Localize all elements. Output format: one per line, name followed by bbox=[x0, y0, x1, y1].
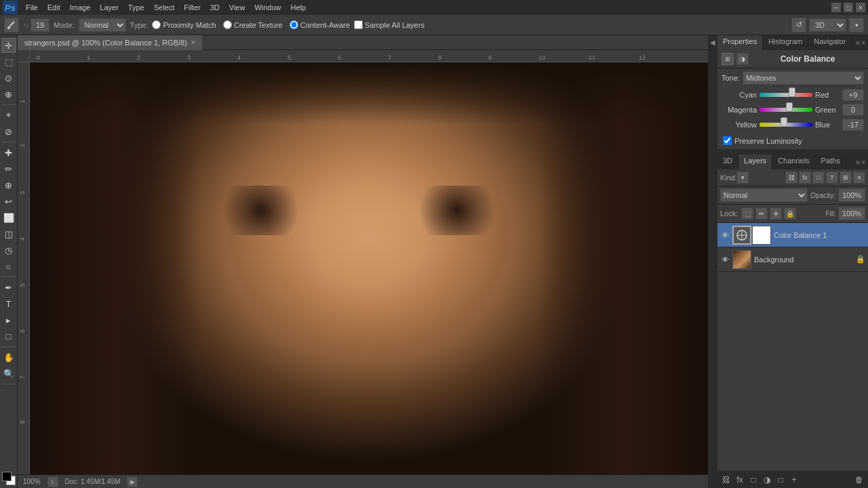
minimize-button[interactable]: ─ bbox=[831, 3, 841, 12]
gradient-tool[interactable]: ◫ bbox=[1, 226, 16, 241]
menu-edit[interactable]: Edit bbox=[43, 2, 64, 13]
props-icon-1[interactable]: ⊞ bbox=[722, 53, 734, 65]
brush-size-input[interactable]: 19 bbox=[31, 18, 50, 32]
clone-stamp-tool[interactable]: ⊕ bbox=[1, 178, 16, 192]
document-tab[interactable]: strangers.psd @ 100% (Color Balance 1, R… bbox=[18, 35, 202, 50]
create-texture-option[interactable]: Create Texture bbox=[223, 20, 283, 29]
content-aware-option[interactable]: Content-Aware bbox=[290, 20, 350, 29]
status-arrow-button[interactable]: ▶ bbox=[127, 476, 138, 487]
yellow-blue-thumb[interactable] bbox=[781, 117, 787, 127]
pen-tool[interactable]: ✒ bbox=[1, 280, 16, 295]
lock-position-btn[interactable]: ✛ bbox=[770, 207, 782, 220]
crop-tool[interactable]: ⌖ bbox=[1, 108, 16, 123]
tone-select[interactable]: Midtones Shadows Highlights bbox=[743, 71, 864, 85]
layers-panel-close-icon[interactable]: × bbox=[861, 159, 865, 166]
zoom-tool[interactable]: 🔍 bbox=[1, 366, 16, 381]
layers-tab[interactable]: Layers bbox=[738, 155, 772, 169]
fg-color-swatch[interactable] bbox=[2, 472, 12, 481]
eraser-tool[interactable]: ⬜ bbox=[1, 210, 16, 225]
3d-tab[interactable]: 3D bbox=[717, 155, 738, 169]
navigator-tab[interactable]: Navigator bbox=[808, 35, 852, 50]
maximize-button[interactable]: □ bbox=[844, 3, 853, 12]
dodge-tool[interactable]: ○ bbox=[1, 259, 16, 274]
menu-file[interactable]: File bbox=[22, 2, 42, 13]
panel-close-icon[interactable]: × bbox=[861, 39, 865, 47]
blur-tool[interactable]: ◷ bbox=[1, 243, 16, 258]
magenta-green-thumb[interactable] bbox=[786, 102, 793, 112]
shape-tool[interactable]: □ bbox=[1, 329, 16, 344]
layer-mask-icon[interactable]: □ bbox=[812, 171, 825, 184]
menu-window[interactable]: Window bbox=[250, 2, 285, 13]
tool-brush-icon[interactable] bbox=[4, 18, 19, 33]
menu-select[interactable]: Select bbox=[150, 2, 179, 13]
mode-select[interactable]: Normal bbox=[79, 18, 126, 32]
channels-tab[interactable]: Channels bbox=[772, 155, 815, 169]
layer-fx-icon[interactable]: fx bbox=[799, 171, 811, 184]
kind-select-button[interactable]: ▾ bbox=[736, 171, 749, 184]
opacity-value[interactable]: 100% bbox=[838, 188, 865, 202]
panel-menu-icon[interactable]: ≡ bbox=[856, 39, 860, 47]
path-selection-tool[interactable]: ▸ bbox=[1, 312, 16, 327]
collapse-panel-button[interactable]: ◀ bbox=[709, 38, 717, 46]
proximity-match-option[interactable]: Proximity Match bbox=[152, 20, 216, 29]
menu-image[interactable]: Image bbox=[66, 2, 95, 13]
layers-panel-menu-icon[interactable]: ≡ bbox=[856, 159, 860, 166]
layer-2-visibility-icon[interactable]: 👁 bbox=[720, 255, 730, 264]
props-icon-2[interactable]: ◑ bbox=[736, 53, 749, 65]
menu-layer[interactable]: Layer bbox=[96, 2, 123, 13]
tab-close-button[interactable]: × bbox=[191, 39, 195, 46]
yellow-blue-value[interactable]: -17 bbox=[842, 119, 864, 131]
lock-transparent-btn[interactable]: ⬚ bbox=[741, 207, 753, 220]
workspace-select[interactable]: 3D bbox=[809, 18, 846, 32]
layer-background[interactable]: 👁 Background 🔒 bbox=[717, 247, 868, 272]
cyan-red-thumb[interactable] bbox=[789, 87, 795, 97]
close-button[interactable]: × bbox=[856, 3, 865, 12]
canvas-image[interactable] bbox=[30, 62, 708, 474]
lasso-tool[interactable]: ⊙ bbox=[1, 70, 16, 85]
paths-tab[interactable]: Paths bbox=[816, 155, 846, 169]
menu-type[interactable]: Type bbox=[124, 2, 149, 13]
hand-tool[interactable]: ✋ bbox=[1, 350, 16, 365]
preserve-luminosity-checkbox[interactable] bbox=[723, 136, 732, 145]
layer-color-balance[interactable]: 👁 Color Balance 1 bbox=[717, 223, 868, 247]
type-tool[interactable]: T bbox=[1, 296, 16, 311]
delete-layer-button[interactable]: 🗑 bbox=[853, 474, 865, 486]
cyan-red-value[interactable]: +9 bbox=[842, 89, 864, 101]
properties-tab[interactable]: Properties bbox=[717, 35, 763, 50]
create-group-button[interactable]: □ bbox=[774, 474, 787, 486]
link-layers-button[interactable]: ⛓ bbox=[720, 474, 732, 486]
layer-type-icon[interactable]: T bbox=[826, 171, 838, 184]
eyedropper-tool[interactable]: ⊘ bbox=[1, 124, 16, 139]
fg-bg-swatches[interactable] bbox=[2, 472, 16, 485]
layer-filter-icon[interactable]: ≡ bbox=[853, 171, 865, 184]
move-tool[interactable]: ✛ bbox=[1, 38, 16, 53]
magenta-green-slider-container[interactable] bbox=[760, 105, 812, 115]
history-brush-tool[interactable]: ↩ bbox=[1, 194, 16, 209]
menu-3d[interactable]: 3D bbox=[206, 2, 224, 13]
cyan-red-slider-container[interactable] bbox=[760, 90, 812, 100]
marquee-tool[interactable]: ⬚ bbox=[1, 54, 16, 69]
status-info-icon[interactable]: i bbox=[47, 476, 58, 487]
yellow-blue-slider-container[interactable] bbox=[760, 120, 812, 129]
layer-link-icon[interactable]: ⛓ bbox=[785, 171, 797, 184]
workspace-icon[interactable]: ▾ bbox=[849, 18, 864, 33]
lock-all-btn[interactable]: 🔒 bbox=[784, 207, 796, 220]
menu-filter[interactable]: Filter bbox=[180, 2, 204, 13]
create-layer-button[interactable]: + bbox=[788, 474, 800, 486]
add-layer-style-button[interactable]: fx bbox=[734, 474, 746, 486]
fill-value[interactable]: 100% bbox=[838, 207, 865, 220]
add-mask-button[interactable]: □ bbox=[747, 474, 760, 486]
menu-view[interactable]: View bbox=[225, 2, 250, 13]
layer-group-icon[interactable]: ⊞ bbox=[840, 171, 852, 184]
quick-select-tool[interactable]: ⊕ bbox=[1, 87, 16, 102]
healing-brush-tool[interactable]: ✚ bbox=[1, 145, 16, 160]
lock-image-btn[interactable]: ✏ bbox=[755, 207, 768, 220]
create-fill-layer-button[interactable]: ◑ bbox=[761, 474, 773, 486]
rotate-canvas-icon[interactable]: ↺ bbox=[791, 18, 806, 33]
menu-help[interactable]: Help bbox=[287, 2, 311, 13]
sample-all-layers-checkbox[interactable]: Sample All Layers bbox=[354, 20, 425, 29]
layer-1-visibility-icon[interactable]: 👁 bbox=[720, 230, 730, 240]
blend-mode-select[interactable]: Normal bbox=[720, 188, 808, 202]
brush-tool[interactable]: ✏ bbox=[1, 161, 16, 176]
histogram-tab[interactable]: Histogram bbox=[763, 35, 808, 50]
